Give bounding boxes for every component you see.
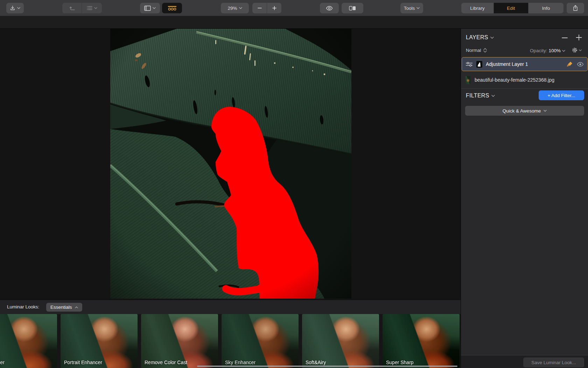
looks-bar-label: Luminar Looks: xyxy=(7,304,39,309)
layer-filename: beautiful-beauty-female-2252368.jpg xyxy=(475,77,554,83)
zoom-level-value: 29% xyxy=(227,6,237,11)
photo-vignette xyxy=(110,29,351,299)
chevron-down-icon xyxy=(153,7,156,9)
filter-category-dropdown[interactable]: Quick & Awesome xyxy=(465,106,584,116)
looks-thumbnail-strip[interactable]: Enhancer Portrait Enhancer Remove Color … xyxy=(0,314,461,368)
top-toolbar: 29% Tools Library Edit Info xyxy=(0,0,588,16)
zoom-level-dropdown[interactable]: 29% xyxy=(221,3,249,13)
tools-label: Tools xyxy=(404,6,415,11)
luminar-looks-bar: Luminar Looks: Essentials xyxy=(0,300,461,314)
brush-options-toolbar: BRUSH Mask Paint Erase Size: 32 Softness… xyxy=(0,16,588,29)
chevron-up-icon xyxy=(75,306,78,308)
save-luminar-look-label: Save Luminar Look... xyxy=(531,360,576,365)
looks-collection-value: Essentials xyxy=(50,305,72,310)
panel-divider xyxy=(461,88,588,89)
eye-icon xyxy=(326,6,333,11)
save-luminar-look-button[interactable]: Save Luminar Look... xyxy=(523,357,584,367)
undo-button[interactable] xyxy=(62,3,82,13)
tab-info[interactable]: Info xyxy=(528,3,564,13)
export-button[interactable] xyxy=(6,3,24,13)
undo-arrow-icon xyxy=(69,5,75,11)
compare-split-icon xyxy=(349,6,356,11)
look-tile[interactable]: Portrait Enhancer xyxy=(61,314,138,368)
chevron-down-icon xyxy=(491,95,495,97)
chevron-down-icon xyxy=(94,7,97,9)
layer-opacity-label: Opacity: xyxy=(530,48,547,53)
luminar-app-window: 29% Tools Library Edit Info xyxy=(0,0,588,368)
look-label: Remove Color Cast xyxy=(145,360,187,365)
list-icon xyxy=(86,6,92,11)
look-label: Sky Enhancer xyxy=(225,360,255,365)
layer-opacity-value: 100% xyxy=(549,48,561,53)
compare-before-after-button[interactable] xyxy=(342,3,363,13)
share-button[interactable] xyxy=(567,3,584,13)
filmstrip-icon xyxy=(168,6,177,11)
look-label: Enhancer xyxy=(0,360,5,365)
layers-title: LAYERS xyxy=(466,34,488,41)
add-filter-button[interactable]: + Add Filter... xyxy=(539,90,584,100)
export-icon xyxy=(10,5,15,11)
remove-layer-button[interactable] xyxy=(562,37,568,39)
image-canvas[interactable] xyxy=(0,29,461,300)
share-icon xyxy=(573,5,578,11)
chevron-down-icon xyxy=(239,7,242,9)
tab-library[interactable]: Library xyxy=(461,3,493,13)
image-layer-thumbnail xyxy=(465,76,470,84)
blend-mode-dropdown[interactable]: Normal xyxy=(466,48,487,53)
right-side-panel: LAYERS Normal Opacity: 100% Adjustment L… xyxy=(461,29,588,368)
layer-row-adjustment[interactable]: Adjustment Layer 1 xyxy=(462,57,588,71)
filters-title: FILTERS xyxy=(466,93,489,99)
layer-mask-thumbnail[interactable] xyxy=(476,61,482,68)
tab-edit-label: Edit xyxy=(507,6,515,11)
layers-section-header[interactable]: LAYERS xyxy=(466,34,494,41)
look-label: Portrait Enhancer xyxy=(64,360,102,365)
history-list-button[interactable] xyxy=(82,3,102,13)
tab-edit[interactable]: Edit xyxy=(494,3,528,13)
gear-icon xyxy=(572,47,578,53)
chevron-down-icon xyxy=(416,7,420,9)
tab-info-label: Info xyxy=(542,6,550,11)
sidebar-panel-icon xyxy=(144,6,151,11)
looks-collection-dropdown[interactable]: Essentials xyxy=(46,303,82,312)
looks-strip-toggle-button[interactable] xyxy=(162,3,182,13)
look-tile[interactable]: Sky Enhancer xyxy=(222,314,299,368)
looks-horizontal-scrollbar[interactable] xyxy=(197,366,457,367)
save-look-area: Save Luminar Look... xyxy=(461,355,588,368)
layer-row-background-image[interactable]: beautiful-beauty-female-2252368.jpg xyxy=(462,74,588,86)
minus-icon xyxy=(257,6,262,11)
look-label: Super Sharp xyxy=(386,360,414,365)
look-tile[interactable]: Super Sharp xyxy=(383,314,460,368)
plus-icon xyxy=(272,6,277,11)
filters-section-header[interactable]: FILTERS xyxy=(466,93,495,99)
chevron-down-icon xyxy=(17,7,20,9)
chevron-down-icon xyxy=(544,110,547,112)
add-filter-label: + Add Filter... xyxy=(547,93,575,98)
adjustments-sliders-icon xyxy=(465,61,473,67)
edited-photo[interactable] xyxy=(110,29,351,299)
layer-opacity-dropdown[interactable]: Opacity: 100% xyxy=(530,48,565,53)
sidebar-toggle-button[interactable] xyxy=(140,3,160,13)
look-tile[interactable]: Soft&Airy xyxy=(302,314,379,368)
blend-mode-value: Normal xyxy=(466,48,481,53)
tab-library-label: Library xyxy=(470,6,484,11)
look-tile[interactable]: Remove Color Cast xyxy=(141,314,218,368)
filter-category-label: Quick & Awesome xyxy=(503,108,541,114)
brush-edit-icon[interactable] xyxy=(566,61,573,68)
layer-name: Adjustment Layer 1 xyxy=(486,61,563,67)
chevron-down-icon xyxy=(490,36,494,39)
preview-eye-button[interactable] xyxy=(320,3,339,13)
chevron-updown-icon xyxy=(483,48,487,53)
chevron-down-icon xyxy=(562,50,565,52)
look-tile[interactable]: Enhancer xyxy=(0,314,57,368)
look-label: Soft&Airy xyxy=(306,360,326,365)
tools-dropdown[interactable]: Tools xyxy=(400,3,423,13)
zoom-in-button[interactable] xyxy=(267,3,281,13)
zoom-out-button[interactable] xyxy=(252,3,267,13)
add-layer-button[interactable] xyxy=(576,34,582,41)
layer-settings-dropdown[interactable] xyxy=(572,47,582,53)
layer-visibility-eye-icon[interactable] xyxy=(577,62,584,67)
chevron-down-icon xyxy=(579,49,582,51)
